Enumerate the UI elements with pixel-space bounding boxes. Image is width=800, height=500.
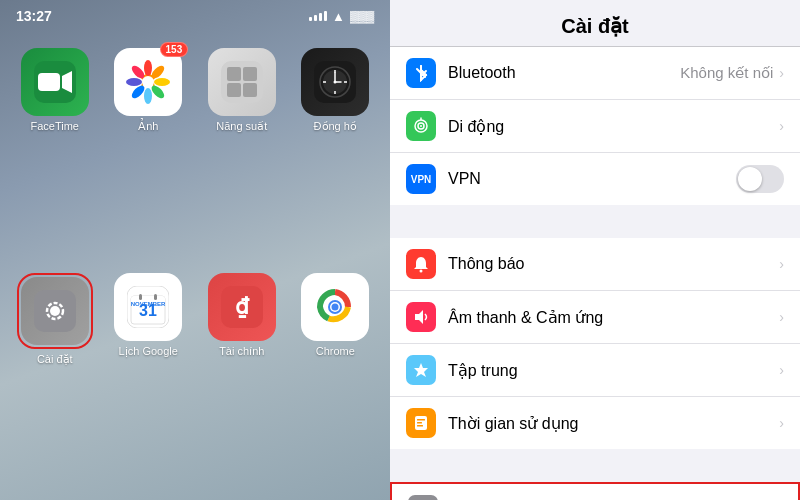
svg-point-8 (144, 88, 152, 104)
status-bar: 13:27 ▲ ▓▓▓ (0, 0, 390, 28)
tgsd-label: Thời gian sử dụng (448, 414, 779, 433)
taichinh-label: Tài chính (219, 345, 264, 357)
amthanh-label: Âm thanh & Cảm ứng (448, 308, 779, 327)
svg-point-27 (334, 81, 337, 84)
svg-rect-16 (227, 83, 241, 97)
svg-text:NOVEMBER: NOVEMBER (131, 301, 166, 307)
donghho-label: Đồng hồ (314, 120, 357, 133)
nangsuat-label: Năng suất (216, 120, 267, 133)
photos-badge: 153 (160, 42, 189, 57)
app-caidat[interactable]: Cài đặt 1 (16, 273, 94, 490)
app-anh[interactable]: 153 Ảnh (110, 48, 188, 257)
settings-item-didonng[interactable]: Di động › (390, 100, 800, 153)
settings-item-bluetooth[interactable]: Bluetooth Không kết nối › (390, 47, 800, 100)
facetime-label: FaceTime (31, 120, 80, 132)
divider-1 (390, 206, 800, 238)
amthanh-icon (406, 302, 436, 332)
caidat-svg (34, 290, 76, 332)
bluetooth-chevron: › (779, 65, 784, 81)
caidat-selected-border (17, 273, 93, 349)
vpn-toggle-thumb (738, 167, 762, 191)
app-lichgoogle[interactable]: 31 NOVEMBER Lịch Google (110, 273, 188, 490)
lichgoogle-label: Lịch Google (119, 345, 178, 358)
svg-rect-17 (243, 83, 257, 97)
svg-rect-37 (154, 294, 157, 300)
settings-group-system: Thông báo › Âm thanh & Cảm ứng › (390, 238, 800, 449)
settings-group-connectivity: Bluetooth Không kết nối › Di động › (390, 47, 800, 205)
svg-point-12 (142, 76, 154, 88)
app-chrome[interactable]: Chrome (297, 273, 375, 490)
thongbao-label: Thông báo (448, 255, 779, 273)
svg-marker-51 (415, 310, 423, 324)
chrome-label: Chrome (316, 345, 355, 357)
facetime-svg (34, 61, 76, 103)
taptrung-chevron: › (779, 362, 784, 378)
svg-point-48 (420, 125, 422, 127)
svg-point-6 (154, 78, 170, 86)
photos-svg (124, 58, 172, 106)
caidatchung-icon (408, 495, 438, 500)
battery-icon: ▓▓▓ (350, 10, 374, 22)
thongbao-icon (406, 249, 436, 279)
vpn-icon: VPN (406, 164, 436, 194)
thongbao-chevron: › (779, 256, 784, 272)
svg-rect-13 (221, 61, 263, 103)
vpn-label: VPN (448, 170, 736, 188)
amthanh-chevron: › (779, 309, 784, 325)
donghho-svg (314, 61, 356, 103)
svg-rect-14 (227, 67, 241, 81)
tgsd-icon (406, 408, 436, 438)
bluetooth-icon (406, 58, 436, 88)
taptrung-icon (406, 355, 436, 385)
svg-text:₫: ₫ (235, 294, 250, 319)
chrome-svg (314, 286, 356, 328)
svg-point-10 (126, 78, 142, 86)
svg-point-29 (50, 306, 60, 316)
svg-rect-36 (139, 294, 142, 300)
app-facetime[interactable]: FaceTime (16, 48, 94, 257)
tgsd-chevron: › (779, 415, 784, 431)
svg-rect-55 (417, 425, 423, 427)
taptrung-label: Tập trung (448, 361, 779, 380)
svg-rect-15 (243, 67, 257, 81)
settings-title: Cài đặt (390, 0, 800, 47)
divider-2 (390, 450, 800, 482)
caidat-label: Cài đặt (37, 353, 73, 366)
lichgoogle-icon: 31 NOVEMBER (114, 273, 182, 341)
didonng-label: Di động (448, 117, 779, 136)
time-display: 13:27 (16, 8, 52, 24)
facetime-icon (21, 48, 89, 116)
didonng-chevron: › (779, 118, 784, 134)
settings-item-taptrung[interactable]: Tập trung › (390, 344, 800, 397)
settings-item-thongbao[interactable]: Thông báo › (390, 238, 800, 291)
signal-icon (309, 11, 327, 21)
settings-item-caidatchung[interactable]: Cài đặt chung › 2 (390, 482, 800, 500)
taichinh-svg: ₫ (221, 286, 263, 328)
svg-point-45 (332, 304, 339, 311)
photos-icon: 153 (114, 48, 182, 116)
svg-point-4 (144, 60, 152, 76)
settings-item-vpn[interactable]: VPN VPN (390, 153, 800, 205)
settings-list: Bluetooth Không kết nối › Di động › (390, 47, 800, 500)
donghho-icon (301, 48, 369, 116)
svg-rect-1 (38, 73, 60, 91)
settings-item-tgsd[interactable]: Thời gian sử dụng › (390, 397, 800, 449)
nangsuat-icon (208, 48, 276, 116)
bluetooth-value: Không kết nối (680, 64, 773, 82)
svg-point-50 (420, 270, 423, 273)
svg-rect-53 (417, 419, 425, 421)
lichgoogle-svg: 31 NOVEMBER (127, 286, 169, 328)
nangsuat-svg (221, 61, 263, 103)
chrome-icon (301, 273, 369, 341)
didonng-icon (406, 111, 436, 141)
vpn-toggle[interactable] (736, 165, 784, 193)
settings-item-amthanh[interactable]: Âm thanh & Cảm ứng › (390, 291, 800, 344)
wifi-icon: ▲ (332, 9, 345, 24)
app-taichinh[interactable]: ₫ Tài chính (203, 273, 281, 490)
app-nangsuat[interactable]: Năng suất (203, 48, 281, 257)
app-donghho[interactable]: Đồng hồ (297, 48, 375, 257)
svg-rect-54 (417, 422, 422, 424)
bluetooth-label: Bluetooth (448, 64, 680, 82)
left-panel: 13:27 ▲ ▓▓▓ FaceTime (0, 0, 390, 500)
status-icons: ▲ ▓▓▓ (309, 9, 374, 24)
